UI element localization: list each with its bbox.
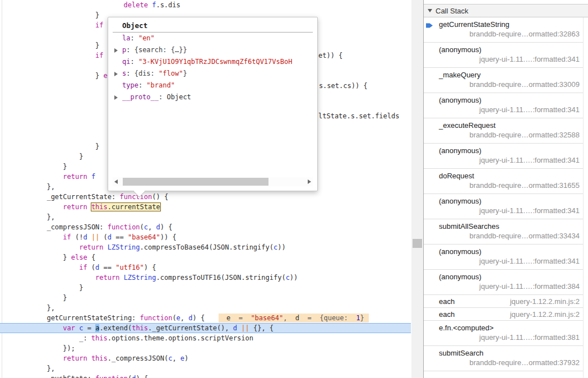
object-properties: la: "en"p: {search: {…}}qi: "3-KVjU1O9Y1… [108, 33, 317, 103]
stack-frame[interactable]: e.fn.<computed>jquery-ui-1.11.…:formatte… [424, 321, 584, 346]
frame-source-location: branddb-require…ormatted:33009 [424, 79, 584, 89]
code-text: if (!d || (d == "base64")) { [0, 232, 177, 242]
code-text: } [0, 10, 99, 20]
popover-horizontal-scrollbar[interactable] [113, 177, 313, 186]
code-line[interactable]: getCurrentStateString: function(e, d) {e… [0, 313, 411, 323]
stack-frame[interactable]: (anonymous)jquery-ui-1.11.…:formatted:34… [424, 245, 584, 270]
property-value: "3-KVjU1O9Y1qbTRzJDCswnmqZf6tQV17VsBoH [138, 58, 293, 66]
call-stack-panel: Call Stack getCurrentStateStringbranddb-… [424, 0, 588, 378]
hovered-expression-highlight[interactable]: this.currentState [91, 203, 160, 211]
frame-source-location: jquery-ui-1.11.…:formatted:341 [424, 155, 584, 164]
frame-function-name: getCurrentStateString [424, 17, 584, 29]
frame-function-name: (anonymous) [424, 93, 584, 104]
property-name: la [122, 34, 130, 42]
call-stack-section-header[interactable]: Call Stack [424, 4, 588, 17]
code-text: } else { [0, 252, 95, 262]
stack-frame[interactable]: doRequestbranddb-require…ormatted:31655 [424, 169, 584, 194]
code-text: }); [0, 343, 75, 353]
code-line[interactable]: pushState: function(d) { [0, 374, 411, 378]
property-name: type [122, 81, 138, 89]
frame-function-name: (anonymous) [424, 43, 584, 54]
frame-source-location: branddb-require…ormatted:32863 [424, 29, 584, 38]
code-line[interactable]: if (!d || (d == "base64")) { [0, 232, 411, 242]
editor-vertical-scrollbar[interactable] [411, 0, 423, 378]
code-text: } [0, 151, 83, 162]
frame-function-name: submitSearch [424, 346, 584, 357]
object-property-row[interactable]: p: {search: {…}} [108, 44, 317, 56]
expand-triangle-icon[interactable] [114, 72, 118, 76]
code-text: }, [0, 363, 55, 374]
stack-frame[interactable]: (anonymous)jquery-ui-1.11.…:formatted:34… [424, 194, 584, 219]
code-text: }, [0, 303, 55, 313]
code-text: } [0, 283, 83, 293]
code-line[interactable]: _getCurrentState: function() { [0, 192, 411, 202]
frame-source-location: branddb-require…ormatted:32588 [424, 130, 584, 139]
stack-frame[interactable]: _makeQuerybranddb-require…ormatted:33009 [424, 68, 584, 93]
stack-frame[interactable]: (anonymous)jquery-ui-1.11.…:formatted:34… [424, 43, 584, 68]
stack-frame[interactable]: (anonymous)jquery-ui-1.11.…:formatted:38… [424, 270, 584, 295]
stack-frame[interactable]: eachjquery-1.12.2.min.js:2 [424, 308, 584, 321]
frame-source-location: jquery-ui-1.11.…:formatted:341 [424, 104, 584, 114]
stack-frame[interactable]: submitAllSearchesbranddb-require…ormatte… [424, 219, 584, 245]
frame-function-name: (anonymous) [424, 144, 584, 155]
code-text: return LZString.compressToUTF16(JSON.str… [0, 273, 298, 283]
frame-function-name: _executeRequest [424, 118, 584, 130]
code-text: _compressJSON: function(c, d) { [0, 222, 172, 232]
frame-source-location: branddb-require…ormatted:31655 [424, 180, 584, 190]
code-text: delete f.s.dis [0, 0, 180, 10]
stack-frame-active[interactable]: getCurrentStateStringbranddb-require…orm… [424, 17, 584, 43]
code-line[interactable]: delete f.s.dis [0, 0, 411, 10]
code-text: }, [0, 212, 55, 222]
code-line[interactable]: return LZString.compressToUTF16(JSON.str… [0, 273, 411, 283]
code-line[interactable]: } else { [0, 252, 411, 262]
scroll-right-arrow-icon[interactable] [308, 179, 311, 184]
code-line[interactable]: if (d == "utf16") { [0, 262, 411, 273]
collapse-triangle-icon [428, 9, 432, 12]
frame-source-location: jquery-ui-1.11.…:formatted:341 [424, 54, 584, 63]
frame-function-name: doRequest [424, 169, 584, 180]
call-stack-scroll-gutter [583, 17, 584, 378]
property-value: "en" [138, 34, 155, 42]
code-line[interactable]: return this.currentState [0, 202, 411, 212]
code-line[interactable]: }, [0, 212, 411, 222]
code-text: pushState: function(d) { [0, 374, 148, 378]
frame-source-location: jquery-1.12.2.min.js:2 [510, 310, 584, 319]
code-line[interactable]: }, [0, 363, 411, 374]
code-text: } e [0, 71, 108, 81]
code-text: if (d == "utf16") { [0, 262, 156, 273]
code-text: return this._compressJSON(c, e) [0, 353, 188, 363]
stack-frame[interactable]: submitSearchbranddb-require…ormatted:379… [424, 346, 584, 371]
code-text: } [0, 40, 99, 50]
object-property-row: la: "en" [108, 33, 317, 44]
code-text: } [0, 293, 67, 303]
stack-frame[interactable]: (anonymous)jquery-ui-1.11.…:formatted:34… [424, 93, 584, 118]
code-line[interactable]: return this._compressJSON(c, e) [0, 353, 411, 363]
object-property-row: qi: "3-KVjU1O9Y1qbTRzJDCswnmqZf6tQV17VsB… [108, 56, 317, 68]
frame-function-name: (anonymous) [424, 245, 584, 256]
code-text: return LZString.compressToBase64(JSON.st… [0, 242, 286, 252]
code-line[interactable]: }, [0, 303, 411, 313]
code-line[interactable]: _: this.options.theme.options.scriptVers… [0, 333, 411, 343]
code-line[interactable]: }); [0, 343, 411, 353]
stack-frame[interactable]: _executeRequestbranddb-require…ormatted:… [424, 118, 584, 144]
expand-triangle-icon[interactable] [114, 95, 118, 100]
popover-scrollbar-thumb[interactable] [123, 178, 268, 186]
object-property-row[interactable]: __proto__: Object [108, 91, 317, 103]
property-value: "brand" [146, 81, 175, 89]
editor-vertical-scrollbar-thumb[interactable] [413, 239, 422, 248]
scroll-left-arrow-icon[interactable] [114, 179, 118, 184]
code-line[interactable]: } [0, 293, 411, 303]
code-line[interactable]: } [0, 283, 411, 293]
call-stack-title: Call Stack [436, 7, 469, 15]
property-value: {search: {…}} [135, 46, 187, 54]
stack-frame[interactable]: eachjquery-1.12.2.min.js:2 [424, 295, 584, 308]
code-line[interactable]: _compressJSON: function(c, d) { [0, 222, 411, 232]
object-property-row[interactable]: s: {dis: "flow"} [108, 68, 317, 80]
property-value: Object [166, 93, 191, 101]
expand-triangle-icon[interactable] [114, 48, 118, 53]
code-text: return f [0, 172, 95, 182]
code-text: _: this.options.theme.options.scriptVers… [0, 333, 253, 343]
code-line[interactable]: return LZString.compressToBase64(JSON.st… [0, 242, 411, 252]
execution-line[interactable]: var c = a.extend(this._getCurrentState()… [0, 323, 411, 333]
stack-frame[interactable]: (anonymous)jquery-ui-1.11.…:formatted:34… [424, 144, 584, 169]
